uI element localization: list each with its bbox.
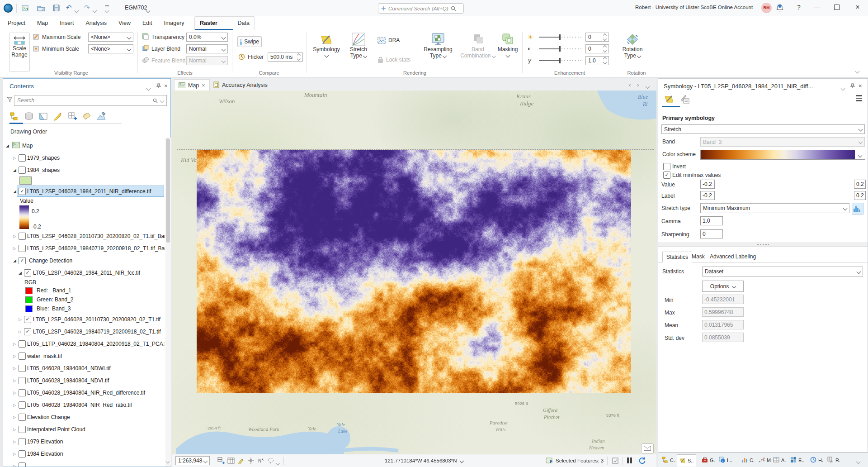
tab-advanced-labeling[interactable]: Advanced Labeling (706, 252, 760, 262)
undo-dropdown-icon[interactable] (75, 7, 78, 14)
collapse-ribbon-icon[interactable] (856, 68, 859, 74)
symbology-dropdown-icon[interactable] (841, 85, 844, 91)
expand-icon[interactable]: ▷ (13, 415, 16, 419)
menu-tab-edit[interactable]: Edit (137, 16, 158, 30)
value-min-input[interactable]: -0.2 (700, 180, 715, 189)
layer-visibility-checkbox[interactable] (19, 340, 26, 348)
layer-visibility-checkbox[interactable] (19, 154, 26, 162)
layer-visibility-checkbox[interactable] (19, 389, 26, 396)
gamma-input[interactable]: 1.0 (700, 216, 723, 225)
dock-tab-raster-functions[interactable]: fxR. (825, 454, 843, 466)
layer-visibility-checkbox[interactable] (19, 450, 26, 457)
minimum-scale-select[interactable]: <None> (88, 44, 133, 53)
list-by-perspective-icon[interactable] (96, 111, 107, 122)
contents-scrollbar[interactable] (165, 138, 171, 467)
map-canvas[interactable]: MountainWilsonKrausRidgeBlueRiKid Va2954… (172, 91, 656, 454)
layer-visibility-checkbox[interactable]: ✓ (24, 328, 31, 335)
color-scheme-dropdown[interactable] (855, 150, 865, 160)
brightness-input[interactable]: 0 (585, 33, 609, 42)
menu-tab-insert[interactable]: Insert (54, 16, 80, 30)
dock-overflow-icon[interactable] (857, 458, 860, 465)
spatial-filter-icon[interactable] (612, 457, 619, 464)
layer-row[interactable]: ▷✓LT05_L2SP_046028_20110730_20200820_02_… (3, 313, 165, 325)
lasso-select-icon[interactable] (267, 457, 274, 464)
layer-visibility-checkbox[interactable] (19, 365, 26, 372)
customize-qat-icon[interactable] (105, 5, 109, 14)
expand-icon[interactable]: ▷ (13, 246, 16, 251)
layer-row[interactable]: ▷Elevation Change (3, 411, 165, 423)
new-project-icon[interactable] (22, 4, 30, 12)
options-button[interactable]: Options (702, 281, 744, 292)
resampling-type-button[interactable]: Resampling Type (420, 33, 456, 59)
expand-icon[interactable]: ▷ (13, 366, 16, 371)
collapse-icon[interactable]: ◢ (13, 258, 16, 263)
filter-icon[interactable] (7, 97, 13, 104)
layer-visibility-checkbox[interactable] (19, 462, 26, 467)
dock-tab-contents[interactable]: C. (660, 454, 677, 466)
layer-visibility-checkbox[interactable] (19, 377, 26, 384)
command-search-input[interactable]: Command Search (Alt+Q) (378, 3, 464, 14)
symbology-method-select[interactable]: Stretch (661, 124, 865, 134)
rotation-type-button[interactable]: Rotation Type (618, 33, 646, 59)
pin-icon[interactable] (156, 83, 161, 90)
layer-visibility-checkbox[interactable] (19, 233, 26, 240)
expand-icon[interactable]: ▷ (13, 156, 16, 160)
tab-accuracy-analysis[interactable]: Accuracy Analysis (209, 79, 272, 91)
dock-tab-chart[interactable]: C. (739, 454, 757, 466)
legend-row[interactable]: Blue: Band_3 (3, 304, 165, 313)
dock-tab-symbology[interactable]: S.. (677, 454, 696, 467)
layer-row[interactable]: ◢✓Change Detection (3, 254, 165, 267)
project-name[interactable]: EGM702 (125, 5, 147, 11)
menu-tab-imagery[interactable]: Imagery (158, 16, 190, 30)
label-min-input[interactable]: -0.2 (700, 191, 715, 200)
layer-row[interactable]: ▷1984 Elevation (3, 448, 165, 460)
expand-icon[interactable]: ▷ (13, 378, 16, 383)
sharpening-input[interactable]: 0 (700, 229, 723, 238)
account-name[interactable]: Robert - University of Ulster ScoBE Onli… (635, 5, 758, 10)
north-arrow-icon[interactable]: N (257, 457, 264, 464)
scrollbar-thumb[interactable] (166, 138, 170, 243)
layer-row[interactable]: ▷LT05_L2SP_046028_20110730_20200820_02_T… (3, 230, 165, 242)
layer-row[interactable]: ▷LT05_046028_19840804_NDVI.tif (3, 374, 165, 386)
polygon-swatch[interactable] (19, 176, 32, 185)
panel-splitter[interactable] (658, 243, 868, 247)
open-project-icon[interactable] (37, 4, 45, 12)
message-icon[interactable] (641, 443, 654, 453)
close-map-tab-icon[interactable]: × (202, 82, 205, 89)
list-by-drawing-order-icon[interactable] (9, 111, 20, 122)
tab-data[interactable]: Data (233, 17, 255, 30)
layer-row[interactable]: ▷water_mask.tif (3, 350, 165, 362)
help-icon[interactable]: ? (792, 2, 806, 13)
layer-row[interactable]: ▷Interpolated Point Cloud (3, 423, 165, 435)
layer-row[interactable]: ▷LT05_L2SP_046028_19840719_20200918_02_T… (3, 242, 165, 254)
expand-icon[interactable]: ▷ (13, 342, 16, 346)
band-color-swatch[interactable] (25, 305, 33, 312)
layer-blend-select[interactable]: Normal (186, 44, 228, 53)
dock-tab-attributes[interactable]: A. (771, 454, 788, 466)
expand-icon[interactable]: ▷ (13, 439, 16, 444)
legend-row[interactable]: RGB (3, 279, 165, 286)
layer-row[interactable]: ▷✓LT05_L2SP_046028_19840719_20200918_02_… (3, 325, 165, 338)
layer-row[interactable]: ◢1984_shapes (3, 164, 165, 176)
expand-icon[interactable]: ▷ (13, 403, 16, 407)
open-table-icon[interactable] (227, 457, 235, 464)
brightness-slider[interactable] (539, 34, 582, 40)
stretch-type-button[interactable]: Stretch Type (344, 33, 373, 59)
layer-visibility-checkbox[interactable] (19, 414, 26, 421)
save-project-icon[interactable] (52, 4, 61, 12)
redo-icon[interactable]: ↷ (84, 4, 90, 12)
legend-row[interactable]: 0.2-0.2 (3, 205, 165, 230)
layer-row[interactable]: ▷1979_shapes (3, 152, 165, 164)
layer-visibility-checkbox[interactable]: ✓ (24, 269, 31, 276)
dra-button[interactable]: DRA (377, 35, 414, 45)
select-options-icon[interactable] (276, 460, 279, 466)
symbology-close-icon[interactable]: × (859, 82, 862, 89)
collapse-icon[interactable]: ◢ (19, 271, 22, 275)
contrast-input[interactable]: 0 (585, 44, 609, 53)
tab-map[interactable]: Map × (174, 79, 210, 91)
edit-minmax-checkbox[interactable]: ✓ (663, 172, 670, 179)
label-max-input[interactable]: 0.2 (854, 191, 866, 200)
layer-row[interactable]: ◢✓LT05_L2SP_046028_1984_2011_NIR_differe… (3, 185, 165, 197)
search-options-icon[interactable] (160, 98, 165, 103)
flicker-input[interactable]: 500.0 ms (268, 52, 303, 62)
